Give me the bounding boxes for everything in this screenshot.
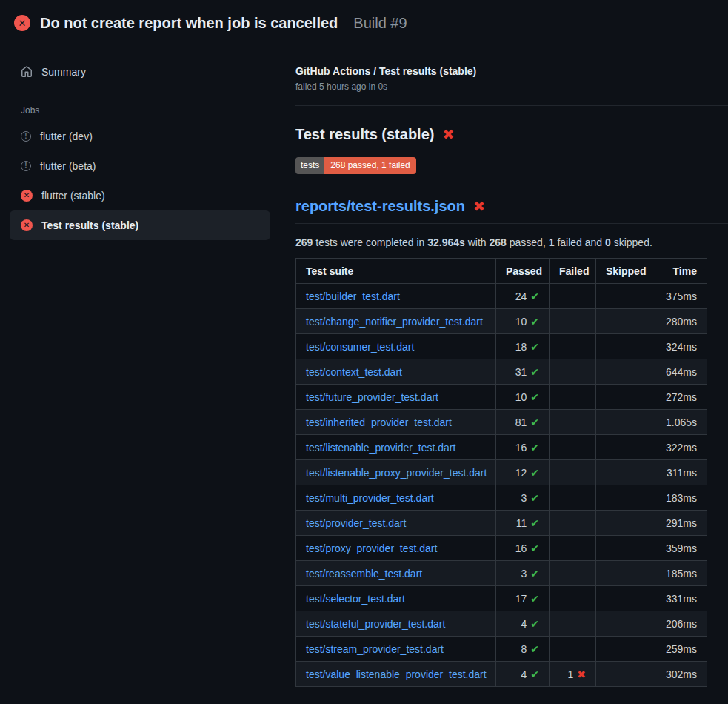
page-title: Do not create report when job is cancell…	[40, 15, 338, 32]
sidebar-item-flutter-dev[interactable]: !flutter (dev)	[10, 122, 270, 151]
check-icon: ✔	[530, 316, 539, 328]
test-suite-link[interactable]: test/provider_test.dart	[306, 517, 406, 529]
test-suite-link[interactable]: test/inherited_provider_test.dart	[306, 416, 452, 428]
cell-time: 322ms	[655, 435, 707, 460]
sidebar-item-flutter-stable[interactable]: ✕flutter (stable)	[10, 181, 270, 210]
jobs-heading: Jobs	[21, 105, 270, 116]
cell-failed	[550, 284, 596, 309]
test-suite-link[interactable]: test/listenable_proxy_provider_test.dart	[306, 467, 487, 479]
cell-passed: 3✔	[496, 485, 550, 511]
cell-passed: 12✔	[496, 460, 550, 485]
cell-test-suite: test/listenable_proxy_provider_test.dart	[296, 460, 496, 485]
cell-time: 280ms	[655, 309, 707, 334]
cell-skipped	[596, 637, 655, 662]
cell-time: 311ms	[655, 460, 707, 485]
check-icon: ✔	[530, 492, 539, 504]
passed-count: 10	[515, 316, 527, 328]
report-file-link[interactable]: reports/test-results.json	[295, 198, 465, 215]
failed-count: 1	[567, 668, 573, 680]
check-icon: ✔	[530, 442, 539, 454]
cell-skipped	[596, 334, 655, 359]
cell-failed	[550, 586, 596, 611]
test-suite-link[interactable]: test/context_test.dart	[306, 366, 402, 378]
table-row: test/stateful_provider_test.dart4✔206ms	[296, 611, 707, 637]
cross-mark-icon: ✖	[473, 199, 485, 213]
cell-passed: 31✔	[496, 359, 550, 385]
cell-test-suite: test/inherited_provider_test.dart	[296, 410, 496, 435]
check-icon: ✔	[530, 668, 539, 680]
cell-test-suite: test/selector_test.dart	[296, 586, 496, 611]
cell-time: 183ms	[655, 485, 707, 511]
passed-count: 81	[515, 416, 527, 428]
build-number: Build #9	[353, 15, 407, 32]
check-icon: ✔	[530, 542, 539, 554]
cell-skipped	[596, 284, 655, 309]
sidebar-item-label: flutter (stable)	[41, 190, 105, 202]
sidebar-item-summary[interactable]: Summary	[10, 62, 270, 82]
badge-label: tests	[295, 157, 324, 174]
table-row: test/provider_test.dart11✔291ms	[296, 511, 707, 536]
cell-skipped	[596, 385, 655, 410]
check-icon: ✔	[530, 416, 539, 428]
cell-test-suite: test/stateful_provider_test.dart	[296, 611, 496, 637]
cell-passed: 10✔	[496, 385, 550, 410]
cell-test-suite: test/reassemble_test.dart	[296, 561, 496, 586]
cell-time: 359ms	[655, 536, 707, 561]
test-suite-link[interactable]: test/builder_test.dart	[306, 290, 400, 302]
check-icon: ✔	[530, 467, 539, 479]
cell-skipped	[596, 309, 655, 334]
x-circle-icon: ✕	[21, 190, 33, 202]
cell-skipped	[596, 410, 655, 435]
cell-failed	[550, 561, 596, 586]
results-table-body: test/builder_test.dart24✔375mstest/chang…	[296, 284, 707, 687]
cell-failed	[550, 511, 596, 536]
test-suite-link[interactable]: test/listenable_provider_test.dart	[306, 442, 455, 454]
test-suite-link[interactable]: test/change_notifier_provider_test.dart	[306, 316, 483, 328]
table-row: test/proxy_provider_test.dart16✔359ms	[296, 536, 707, 561]
section-heading: Test results (stable) ✖	[295, 126, 728, 143]
test-suite-link[interactable]: test/future_provider_test.dart	[306, 391, 438, 403]
cell-failed	[550, 385, 596, 410]
passed-count: 3	[521, 568, 527, 580]
cell-failed	[550, 611, 596, 637]
cell-skipped	[596, 586, 655, 611]
passed-count: 16	[515, 442, 527, 454]
cell-test-suite: test/listenable_provider_test.dart	[296, 435, 496, 460]
cell-passed: 10✔	[496, 309, 550, 334]
divider	[295, 105, 728, 106]
cell-passed: 18✔	[496, 334, 550, 359]
test-suite-link[interactable]: test/consumer_test.dart	[306, 341, 414, 353]
test-suite-link[interactable]: test/stateful_provider_test.dart	[306, 618, 445, 630]
column-header-skipped: Skipped	[596, 259, 655, 284]
cell-passed: 11✔	[496, 511, 550, 536]
cell-passed: 3✔	[496, 561, 550, 586]
passed-count: 11	[516, 517, 527, 529]
test-suite-link[interactable]: test/reassemble_test.dart	[306, 568, 422, 580]
sidebar-item-test-results-stable[interactable]: ✕Test results (stable)	[10, 210, 270, 240]
cell-time: 206ms	[655, 611, 707, 637]
check-icon: ✔	[530, 341, 539, 353]
cell-skipped	[596, 611, 655, 637]
home-icon	[21, 66, 33, 78]
table-row: test/value_listenable_provider_test.dart…	[296, 662, 707, 687]
cell-test-suite: test/builder_test.dart	[296, 284, 496, 309]
passed-count: 8	[521, 643, 527, 655]
passed-count: 4	[521, 668, 527, 680]
column-header-time: Time	[655, 259, 707, 284]
main-content: GitHub Actions / Test results (stable) f…	[284, 41, 728, 687]
test-suite-link[interactable]: test/selector_test.dart	[306, 593, 405, 605]
check-icon: ✔	[530, 366, 539, 378]
cell-time: 272ms	[655, 385, 707, 410]
test-suite-link[interactable]: test/value_listenable_provider_test.dart	[306, 668, 487, 680]
sidebar: Summary Jobs !flutter (dev)!flutter (bet…	[0, 41, 284, 240]
cell-skipped	[596, 359, 655, 385]
cell-failed	[550, 637, 596, 662]
cell-passed: 17✔	[496, 586, 550, 611]
test-suite-link[interactable]: test/multi_provider_test.dart	[306, 492, 434, 504]
test-suite-link[interactable]: test/stream_provider_test.dart	[306, 643, 444, 655]
cell-time: 185ms	[655, 561, 707, 586]
test-suite-link[interactable]: test/proxy_provider_test.dart	[306, 542, 437, 554]
passed-count: 24	[515, 290, 527, 302]
column-header-test-suite: Test suite	[296, 259, 496, 284]
sidebar-item-flutter-beta[interactable]: !flutter (beta)	[10, 151, 270, 181]
